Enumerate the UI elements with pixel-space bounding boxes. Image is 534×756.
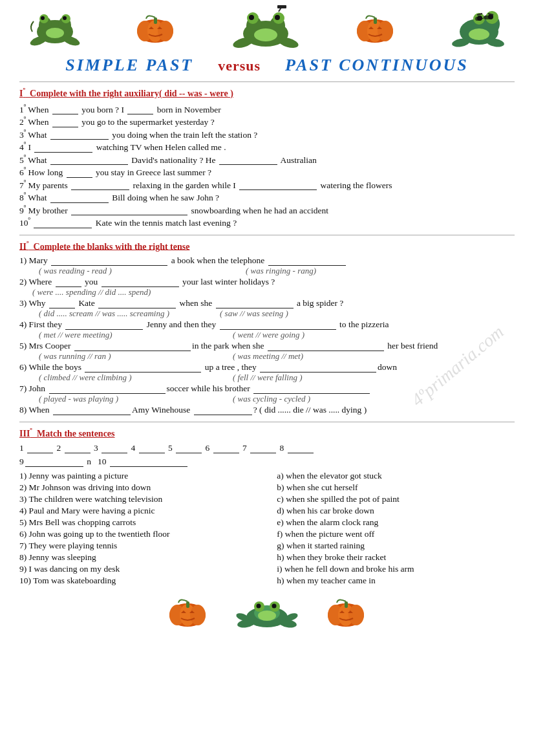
blank[interactable]: [268, 255, 346, 266]
blank[interactable]: [213, 442, 239, 453]
match-left-4: 4) Paul and Mary were having a picnic: [19, 506, 277, 516]
blank[interactable]: [25, 456, 83, 467]
match-left-3: 3) The children were watching television: [19, 494, 277, 504]
match-right-6: f) when the picture went off: [277, 529, 515, 539]
svg-point-44: [469, 28, 489, 40]
section2-item4-hints: ( met // were meeting) ( went // were go…: [26, 330, 515, 340]
section2-item5: 5) Mrs Cooper in the park when she her b…: [19, 340, 515, 351]
svg-rect-48: [484, 16, 490, 19]
blank[interactable]: [27, 442, 53, 453]
blank[interactable]: [260, 362, 376, 373]
hint2: ( fell // were falling ): [233, 373, 302, 383]
blank[interactable]: [220, 319, 336, 330]
section1-line9: 9º My brother snowboarding when he had a…: [19, 203, 515, 216]
blank[interactable]: [253, 383, 370, 394]
blank[interactable]: [50, 192, 109, 203]
section2-divider: [19, 422, 515, 422]
blank[interactable]: [176, 442, 202, 453]
blank[interactable]: [53, 404, 131, 415]
blank[interactable]: [65, 442, 91, 453]
footer-decorations: [19, 594, 515, 637]
section2-item8: 8) When Amy Winehouse ? ( did ...... die…: [19, 404, 515, 415]
blank[interactable]: [110, 456, 187, 467]
section1-divider: [19, 235, 515, 235]
section2-item6-hints: ( climbed // were climbing ) ( fell // w…: [26, 373, 515, 383]
blank[interactable]: [65, 319, 143, 330]
match-left-7: 7) They were playing tennis: [19, 541, 277, 551]
match-left-2: 2) Mr Johnson was driving into down: [19, 482, 277, 493]
svg-rect-33: [374, 17, 377, 24]
match-row-1: 1) Jenny was painting a picture a) when …: [19, 471, 515, 481]
section2-item1: 1) Mary a book when the telephone: [19, 255, 515, 266]
svg-rect-47: [475, 17, 482, 21]
blank[interactable]: [219, 154, 277, 165]
hint2: ( was cycling - cycled ): [233, 394, 310, 404]
svg-point-63: [258, 610, 276, 621]
match-right-8: h) when they broke their racket: [277, 552, 515, 563]
blank[interactable]: [71, 204, 187, 215]
title-divider: [19, 81, 515, 82]
section3: IIIº Match the sentences 1 2 3 4 5 6 7 8…: [19, 426, 515, 586]
blank[interactable]: [268, 340, 384, 351]
match-left-9: 9) I was dancing on my desk: [19, 564, 277, 574]
blank[interactable]: [34, 217, 92, 228]
section2-item5-hints: ( was running // ran ) ( was meeting // …: [26, 351, 515, 362]
blank[interactable]: [101, 442, 127, 453]
section1-title: Iº Complete with the right auxiliary( di…: [19, 86, 515, 99]
blank[interactable]: [50, 129, 109, 140]
blank[interactable]: [49, 383, 166, 394]
svg-rect-54: [186, 601, 189, 608]
section2-item4: 4) First they Jenny and then they to the…: [19, 319, 515, 330]
svg-point-71: [348, 605, 364, 625]
blank[interactable]: [34, 142, 92, 153]
frog-right-icon: [447, 7, 508, 50]
blank[interactable]: [49, 297, 75, 308]
section2-item1-hints: ( was reading - read ) ( was ringing - r…: [26, 266, 515, 276]
match-left-5: 5) Mrs Bell was chopping carrots: [19, 517, 277, 528]
section2-item2: 2) Where you your last winter holidays ?: [19, 276, 515, 287]
svg-point-23: [275, 15, 280, 20]
section1-line8: 8º What Bill doing when he saw John ?: [19, 190, 515, 203]
blank[interactable]: [56, 276, 81, 287]
blank[interactable]: [194, 404, 252, 415]
blank[interactable]: [71, 179, 129, 190]
blank[interactable]: [67, 167, 92, 178]
blank[interactable]: [74, 340, 191, 351]
match-row-4: 4) Paul and Mary were having a picnic d)…: [19, 506, 515, 516]
blank[interactable]: [98, 297, 176, 308]
match-row-10: 10) Tom was skateboarding h) when my tea…: [19, 576, 515, 586]
blank[interactable]: [127, 103, 153, 114]
match-row-8: 8) Jenny was sleeping h) when they broke…: [19, 552, 515, 563]
blank[interactable]: [51, 255, 167, 266]
section2-item3: 3) Why Kate when she a big spider ?: [19, 297, 515, 308]
section2-title: IIº Complete the blanks with the right t…: [19, 239, 515, 252]
match-numbers-row1: 1 2 3 4 5 6 7 8: [19, 442, 515, 453]
blank[interactable]: [50, 154, 128, 165]
blank[interactable]: [52, 116, 78, 127]
blank[interactable]: [52, 103, 78, 114]
section2-item6: 6) While the boys up a tree , they down: [19, 362, 515, 373]
blank[interactable]: [85, 362, 201, 373]
hint1: ( met // were meeting): [39, 330, 194, 340]
blank[interactable]: [250, 442, 276, 453]
blank[interactable]: [216, 297, 294, 308]
blank[interactable]: [288, 442, 314, 453]
match-row-6: 6) John was going up to the twentieth fl…: [19, 529, 515, 539]
hint1: ( climbed // were climbing ): [39, 373, 181, 383]
blank[interactable]: [239, 179, 317, 190]
hint2: ( was meeting // met): [233, 351, 303, 362]
svg-point-61: [257, 603, 261, 608]
svg-point-53: [190, 605, 206, 625]
header-decorations: [19, 5, 515, 52]
blank[interactable]: [101, 276, 179, 287]
blank[interactable]: [139, 442, 165, 453]
match-row-5: 5) Mrs Bell was chopping carrots e) when…: [19, 517, 515, 528]
hint2: ( saw // was seeing ): [220, 308, 288, 319]
match-right-5: e) when the alarm clock rang: [277, 517, 515, 528]
frog-footer-center-icon: [235, 594, 299, 632]
svg-point-13: [158, 21, 173, 41]
svg-rect-72: [345, 601, 348, 608]
match-left-8: 8) Jenny was sleeping: [19, 552, 277, 563]
pumpkin-right-icon: [354, 8, 396, 49]
page-title: SIMPLE PAST versus PAST CONTINUOUS: [19, 56, 515, 75]
